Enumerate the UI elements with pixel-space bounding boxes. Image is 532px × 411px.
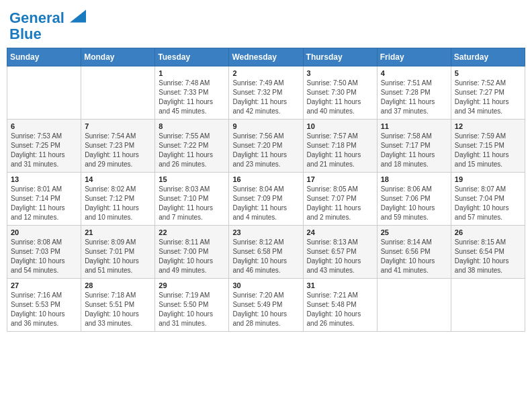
- calendar-cell: 16Sunrise: 8:04 AM Sunset: 7:09 PM Dayli…: [229, 173, 303, 226]
- calendar-cell: 2Sunrise: 7:49 AM Sunset: 7:32 PM Daylig…: [229, 66, 303, 120]
- day-info: Sunrise: 7:54 AM Sunset: 7:23 PM Dayligh…: [85, 132, 151, 169]
- day-info: Sunrise: 8:02 AM Sunset: 7:12 PM Dayligh…: [85, 185, 151, 222]
- calendar-cell: 30Sunrise: 7:20 AM Sunset: 5:49 PM Dayli…: [229, 279, 303, 332]
- calendar-cell: 21Sunrise: 8:09 AM Sunset: 7:01 PM Dayli…: [81, 226, 155, 279]
- day-number: 10: [307, 122, 373, 130]
- day-of-week-header: Saturday: [451, 48, 525, 66]
- calendar-cell: 5Sunrise: 7:52 AM Sunset: 7:27 PM Daylig…: [451, 66, 525, 120]
- calendar-table: SundayMondayTuesdayWednesdayThursdayFrid…: [7, 48, 525, 332]
- calendar-cell: 28Sunrise: 7:18 AM Sunset: 5:51 PM Dayli…: [81, 279, 155, 332]
- calendar-cell: 13Sunrise: 8:01 AM Sunset: 7:14 PM Dayli…: [7, 173, 81, 226]
- day-number: 18: [381, 175, 447, 183]
- day-number: 17: [307, 175, 373, 183]
- calendar-cell: 3Sunrise: 7:50 AM Sunset: 7:30 PM Daylig…: [303, 66, 377, 120]
- calendar-cell: 1Sunrise: 7:48 AM Sunset: 7:33 PM Daylig…: [155, 66, 229, 120]
- calendar-cell: [7, 66, 81, 120]
- day-number: 3: [307, 69, 373, 77]
- day-of-week-header: Wednesday: [229, 48, 303, 66]
- day-info: Sunrise: 7:53 AM Sunset: 7:25 PM Dayligh…: [11, 132, 77, 169]
- day-number: 26: [455, 228, 521, 236]
- day-info: Sunrise: 8:04 AM Sunset: 7:09 PM Dayligh…: [232, 185, 299, 222]
- calendar-cell: 29Sunrise: 7:19 AM Sunset: 5:50 PM Dayli…: [155, 279, 229, 332]
- day-info: Sunrise: 7:55 AM Sunset: 7:22 PM Dayligh…: [159, 132, 225, 169]
- calendar-cell: 25Sunrise: 8:14 AM Sunset: 6:56 PM Dayli…: [377, 226, 451, 279]
- calendar-cell: 9Sunrise: 7:56 AM Sunset: 7:20 PM Daylig…: [229, 120, 303, 173]
- day-info: Sunrise: 7:59 AM Sunset: 7:15 PM Dayligh…: [455, 132, 521, 169]
- day-number: 22: [159, 228, 225, 236]
- calendar-cell: 18Sunrise: 8:06 AM Sunset: 7:06 PM Dayli…: [377, 173, 451, 226]
- day-number: 9: [232, 122, 299, 130]
- day-of-week-header: Tuesday: [155, 48, 229, 66]
- day-info: Sunrise: 8:14 AM Sunset: 6:56 PM Dayligh…: [381, 238, 447, 275]
- day-info: Sunrise: 8:09 AM Sunset: 7:01 PM Dayligh…: [85, 238, 151, 275]
- day-info: Sunrise: 8:03 AM Sunset: 7:10 PM Dayligh…: [159, 185, 225, 222]
- day-info: Sunrise: 7:20 AM Sunset: 5:49 PM Dayligh…: [232, 291, 299, 328]
- day-info: Sunrise: 7:48 AM Sunset: 7:33 PM Dayligh…: [159, 79, 225, 116]
- day-number: 29: [159, 281, 225, 289]
- day-of-week-header: Friday: [377, 48, 451, 66]
- calendar-cell: 7Sunrise: 7:54 AM Sunset: 7:23 PM Daylig…: [81, 120, 155, 173]
- day-info: Sunrise: 7:56 AM Sunset: 7:20 PM Dayligh…: [232, 132, 299, 169]
- logo-blue: Blue: [9, 26, 86, 42]
- day-number: 19: [455, 175, 521, 183]
- calendar-cell: [81, 66, 155, 120]
- day-number: 24: [307, 228, 373, 236]
- logo: General Blue: [9, 9, 86, 42]
- day-number: 2: [232, 69, 299, 77]
- calendar-cell: 23Sunrise: 8:12 AM Sunset: 6:58 PM Dayli…: [229, 226, 303, 279]
- calendar-cell: 6Sunrise: 7:53 AM Sunset: 7:25 PM Daylig…: [7, 120, 81, 173]
- day-info: Sunrise: 8:11 AM Sunset: 7:00 PM Dayligh…: [159, 238, 225, 275]
- day-number: 1: [159, 69, 225, 77]
- calendar-cell: 26Sunrise: 8:15 AM Sunset: 6:54 PM Dayli…: [451, 226, 525, 279]
- day-info: Sunrise: 7:58 AM Sunset: 7:17 PM Dayligh…: [381, 132, 447, 169]
- day-number: 25: [381, 228, 447, 236]
- day-number: 11: [381, 122, 447, 130]
- calendar-cell: 20Sunrise: 8:08 AM Sunset: 7:03 PM Dayli…: [7, 226, 81, 279]
- day-number: 5: [455, 69, 521, 77]
- day-number: 30: [232, 281, 299, 289]
- calendar-cell: [451, 279, 525, 332]
- day-number: 14: [85, 175, 151, 183]
- calendar-cell: 19Sunrise: 8:07 AM Sunset: 7:04 PM Dayli…: [451, 173, 525, 226]
- calendar-cell: 11Sunrise: 7:58 AM Sunset: 7:17 PM Dayli…: [377, 120, 451, 173]
- day-info: Sunrise: 7:51 AM Sunset: 7:28 PM Dayligh…: [381, 79, 447, 116]
- day-number: 7: [85, 122, 151, 130]
- day-number: 21: [85, 228, 151, 236]
- svg-marker-0: [70, 10, 86, 23]
- day-info: Sunrise: 7:49 AM Sunset: 7:32 PM Dayligh…: [232, 79, 299, 116]
- day-info: Sunrise: 8:13 AM Sunset: 6:57 PM Dayligh…: [307, 238, 373, 275]
- day-info: Sunrise: 7:18 AM Sunset: 5:51 PM Dayligh…: [85, 291, 151, 328]
- day-info: Sunrise: 8:07 AM Sunset: 7:04 PM Dayligh…: [455, 185, 521, 222]
- day-number: 13: [11, 175, 77, 183]
- logo-icon: [70, 9, 86, 23]
- calendar-cell: 27Sunrise: 7:16 AM Sunset: 5:53 PM Dayli…: [7, 279, 81, 332]
- calendar-cell: 8Sunrise: 7:55 AM Sunset: 7:22 PM Daylig…: [155, 120, 229, 173]
- day-info: Sunrise: 8:06 AM Sunset: 7:06 PM Dayligh…: [381, 185, 447, 222]
- calendar-cell: 31Sunrise: 7:21 AM Sunset: 5:48 PM Dayli…: [303, 279, 377, 332]
- day-number: 20: [11, 228, 77, 236]
- day-info: Sunrise: 8:12 AM Sunset: 6:58 PM Dayligh…: [232, 238, 299, 275]
- calendar-cell: [377, 279, 451, 332]
- calendar-cell: 22Sunrise: 8:11 AM Sunset: 7:00 PM Dayli…: [155, 226, 229, 279]
- day-number: 12: [455, 122, 521, 130]
- day-info: Sunrise: 8:15 AM Sunset: 6:54 PM Dayligh…: [455, 238, 521, 275]
- day-number: 8: [159, 122, 225, 130]
- day-number: 4: [381, 69, 447, 77]
- day-of-week-header: Sunday: [7, 48, 81, 66]
- day-info: Sunrise: 7:52 AM Sunset: 7:27 PM Dayligh…: [455, 79, 521, 116]
- day-info: Sunrise: 7:57 AM Sunset: 7:18 PM Dayligh…: [307, 132, 373, 169]
- day-of-week-header: Monday: [81, 48, 155, 66]
- day-of-week-header: Thursday: [303, 48, 377, 66]
- logo-general: General: [9, 9, 64, 26]
- day-info: Sunrise: 8:08 AM Sunset: 7:03 PM Dayligh…: [11, 238, 77, 275]
- day-number: 16: [232, 175, 299, 183]
- day-info: Sunrise: 8:01 AM Sunset: 7:14 PM Dayligh…: [11, 185, 77, 222]
- day-number: 6: [11, 122, 77, 130]
- calendar-cell: 15Sunrise: 8:03 AM Sunset: 7:10 PM Dayli…: [155, 173, 229, 226]
- day-number: 31: [307, 281, 373, 289]
- day-info: Sunrise: 8:05 AM Sunset: 7:07 PM Dayligh…: [307, 185, 373, 222]
- calendar-cell: 12Sunrise: 7:59 AM Sunset: 7:15 PM Dayli…: [451, 120, 525, 173]
- day-info: Sunrise: 7:21 AM Sunset: 5:48 PM Dayligh…: [307, 291, 373, 328]
- day-number: 15: [159, 175, 225, 183]
- day-number: 27: [11, 281, 77, 289]
